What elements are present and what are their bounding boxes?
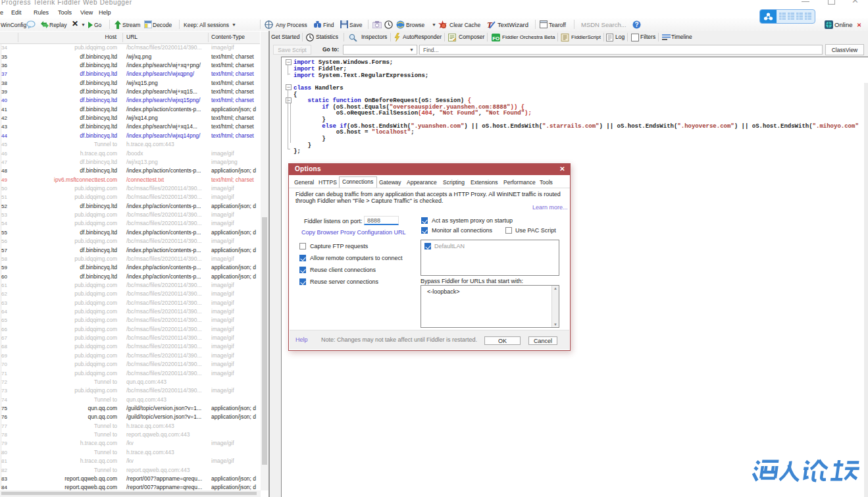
svg-text:FO: FO: [492, 35, 499, 41]
svg-text:?: ?: [634, 21, 638, 28]
